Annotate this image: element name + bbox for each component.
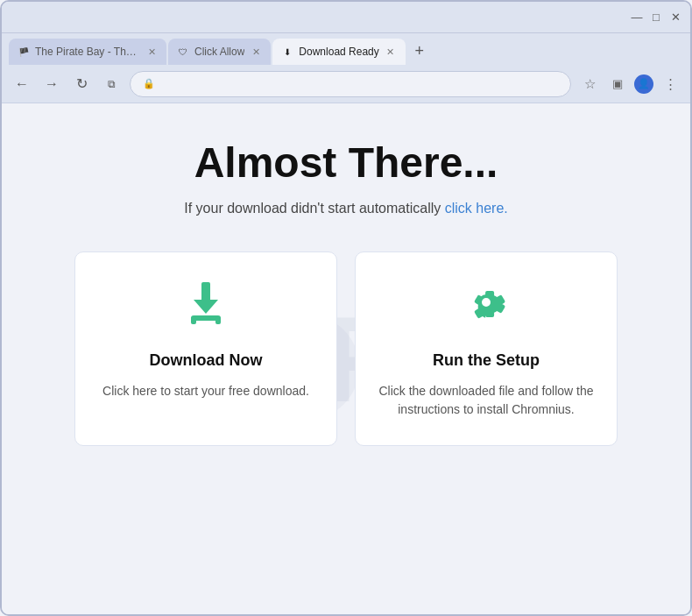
run-setup-card[interactable]: Run the Setup Click the downloaded file … (355, 251, 618, 446)
profile-button[interactable]: 👤 (634, 74, 653, 94)
download-icon-svg (182, 279, 229, 326)
sidebar-button[interactable]: ▣ (606, 73, 629, 96)
download-now-desc: Click here to start your free download. (102, 382, 309, 400)
window-controls: — □ ✕ (629, 10, 683, 25)
close-button[interactable]: ✕ (667, 10, 683, 25)
tab-favicon-piratebay: 🏴 (18, 46, 30, 58)
page-title: Almost There... (194, 138, 498, 187)
svg-rect-4 (215, 317, 221, 324)
svg-marker-1 (194, 300, 218, 314)
toolbar-icons: ☆ ▣ 👤 ⋮ (578, 73, 681, 96)
page-content: OFF Almost There... If your download did… (2, 103, 690, 614)
run-setup-desc: Click the downloaded file and follow the… (373, 382, 599, 419)
tab-clickallow[interactable]: 🛡 Click Allow ✕ (168, 39, 271, 65)
minimize-button[interactable]: — (629, 10, 645, 25)
address-bar: ← → ↻ ⧉ 🔒 ☆ ▣ 👤 ⋮ (2, 65, 690, 103)
download-icon (182, 279, 229, 334)
tab-label-downloadready: Download Ready (299, 46, 378, 58)
tab-favicon-downloadready: ⬇ (281, 46, 293, 58)
tab-label-clickallow: Click Allow (194, 46, 244, 58)
click-here-link[interactable]: click here. (445, 201, 508, 216)
subtitle-text: If your download didn't start automatica… (184, 201, 444, 216)
reload-button[interactable]: ↻ (70, 73, 93, 96)
run-setup-title: Run the Setup (433, 351, 540, 370)
new-tab-button[interactable]: + (407, 39, 432, 63)
lock-icon: 🔒 (143, 78, 155, 89)
title-bar: — □ ✕ (2, 2, 690, 33)
tab-close-clickallow[interactable]: ✕ (250, 46, 262, 58)
tab-close-piratebay[interactable]: ✕ (145, 46, 158, 58)
page-subtitle: If your download didn't start automatica… (184, 201, 507, 216)
gear-icon-svg (463, 279, 510, 326)
maximize-button[interactable]: □ (648, 10, 664, 25)
download-now-title: Download Now (150, 351, 263, 370)
tab-label-piratebay: The Pirate Bay - The galaxy's m... (35, 46, 140, 58)
menu-button[interactable]: ⋮ (659, 73, 681, 96)
tab-piratebay[interactable]: 🏴 The Pirate Bay - The galaxy's m... ✕ (9, 39, 166, 65)
gear-icon (463, 279, 510, 334)
download-now-card[interactable]: Download Now Click here to start your fr… (74, 251, 337, 446)
extensions-button[interactable]: ⧉ (100, 73, 123, 96)
tab-bar: 🏴 The Pirate Bay - The galaxy's m... ✕ 🛡… (2, 33, 690, 65)
tab-downloadready[interactable]: ⬇ Download Ready ✕ (272, 39, 405, 65)
address-input[interactable]: 🔒 (130, 71, 571, 97)
back-button[interactable]: ← (11, 73, 33, 96)
svg-rect-0 (201, 282, 210, 301)
bookmark-button[interactable]: ☆ (578, 73, 601, 96)
svg-rect-3 (191, 317, 196, 324)
forward-button[interactable]: → (40, 73, 63, 96)
tab-favicon-clickallow: 🛡 (177, 46, 189, 58)
browser-window: — □ ✕ 🏴 The Pirate Bay - The galaxy's m.… (0, 0, 692, 616)
avatar-icon: 👤 (638, 78, 650, 89)
tab-close-downloadready[interactable]: ✕ (385, 46, 397, 58)
cards-container: Download Now Click here to start your fr… (74, 251, 618, 446)
